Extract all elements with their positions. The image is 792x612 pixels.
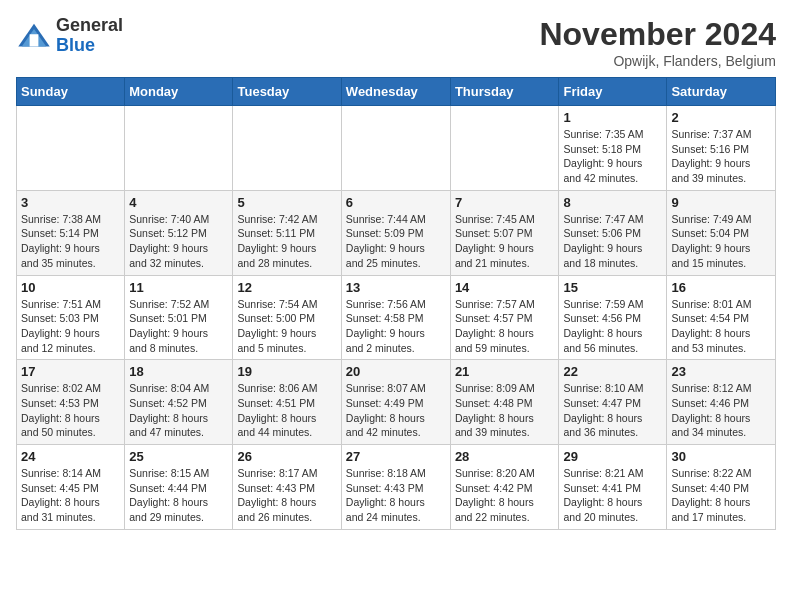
day-number: 21	[455, 364, 555, 379]
logo-blue: Blue	[56, 35, 95, 55]
day-info: Sunrise: 7:56 AM Sunset: 4:58 PM Dayligh…	[346, 297, 446, 356]
day-info: Sunrise: 8:15 AM Sunset: 4:44 PM Dayligh…	[129, 466, 228, 525]
calendar-cell: 29Sunrise: 8:21 AM Sunset: 4:41 PM Dayli…	[559, 445, 667, 530]
calendar-cell: 9Sunrise: 7:49 AM Sunset: 5:04 PM Daylig…	[667, 190, 776, 275]
day-info: Sunrise: 8:21 AM Sunset: 4:41 PM Dayligh…	[563, 466, 662, 525]
day-of-week-header: Friday	[559, 78, 667, 106]
day-info: Sunrise: 7:54 AM Sunset: 5:00 PM Dayligh…	[237, 297, 336, 356]
calendar-week-row: 3Sunrise: 7:38 AM Sunset: 5:14 PM Daylig…	[17, 190, 776, 275]
day-info: Sunrise: 7:37 AM Sunset: 5:16 PM Dayligh…	[671, 127, 771, 186]
day-info: Sunrise: 7:49 AM Sunset: 5:04 PM Dayligh…	[671, 212, 771, 271]
calendar-cell: 25Sunrise: 8:15 AM Sunset: 4:44 PM Dayli…	[125, 445, 233, 530]
calendar-cell: 17Sunrise: 8:02 AM Sunset: 4:53 PM Dayli…	[17, 360, 125, 445]
day-number: 29	[563, 449, 662, 464]
day-info: Sunrise: 8:04 AM Sunset: 4:52 PM Dayligh…	[129, 381, 228, 440]
calendar-cell: 23Sunrise: 8:12 AM Sunset: 4:46 PM Dayli…	[667, 360, 776, 445]
day-info: Sunrise: 8:18 AM Sunset: 4:43 PM Dayligh…	[346, 466, 446, 525]
day-number: 2	[671, 110, 771, 125]
day-info: Sunrise: 8:14 AM Sunset: 4:45 PM Dayligh…	[21, 466, 120, 525]
calendar-cell	[17, 106, 125, 191]
calendar-cell	[450, 106, 559, 191]
day-info: Sunrise: 7:35 AM Sunset: 5:18 PM Dayligh…	[563, 127, 662, 186]
day-info: Sunrise: 7:42 AM Sunset: 5:11 PM Dayligh…	[237, 212, 336, 271]
calendar-cell: 16Sunrise: 8:01 AM Sunset: 4:54 PM Dayli…	[667, 275, 776, 360]
calendar-cell: 14Sunrise: 7:57 AM Sunset: 4:57 PM Dayli…	[450, 275, 559, 360]
day-number: 7	[455, 195, 555, 210]
day-info: Sunrise: 8:09 AM Sunset: 4:48 PM Dayligh…	[455, 381, 555, 440]
day-info: Sunrise: 8:22 AM Sunset: 4:40 PM Dayligh…	[671, 466, 771, 525]
day-info: Sunrise: 8:01 AM Sunset: 4:54 PM Dayligh…	[671, 297, 771, 356]
day-number: 5	[237, 195, 336, 210]
day-info: Sunrise: 7:45 AM Sunset: 5:07 PM Dayligh…	[455, 212, 555, 271]
calendar-cell: 5Sunrise: 7:42 AM Sunset: 5:11 PM Daylig…	[233, 190, 341, 275]
calendar-cell: 2Sunrise: 7:37 AM Sunset: 5:16 PM Daylig…	[667, 106, 776, 191]
day-number: 1	[563, 110, 662, 125]
day-number: 30	[671, 449, 771, 464]
day-number: 25	[129, 449, 228, 464]
month-title: November 2024	[539, 16, 776, 53]
calendar-cell: 3Sunrise: 7:38 AM Sunset: 5:14 PM Daylig…	[17, 190, 125, 275]
calendar-cell: 8Sunrise: 7:47 AM Sunset: 5:06 PM Daylig…	[559, 190, 667, 275]
day-number: 12	[237, 280, 336, 295]
day-number: 27	[346, 449, 446, 464]
calendar-cell: 30Sunrise: 8:22 AM Sunset: 4:40 PM Dayli…	[667, 445, 776, 530]
day-of-week-header: Saturday	[667, 78, 776, 106]
day-info: Sunrise: 7:59 AM Sunset: 4:56 PM Dayligh…	[563, 297, 662, 356]
day-of-week-header: Wednesday	[341, 78, 450, 106]
day-info: Sunrise: 7:47 AM Sunset: 5:06 PM Dayligh…	[563, 212, 662, 271]
logo-text: General Blue	[56, 16, 123, 56]
logo-general: General	[56, 15, 123, 35]
day-number: 20	[346, 364, 446, 379]
day-info: Sunrise: 8:02 AM Sunset: 4:53 PM Dayligh…	[21, 381, 120, 440]
day-number: 18	[129, 364, 228, 379]
calendar-cell	[125, 106, 233, 191]
calendar-cell: 18Sunrise: 8:04 AM Sunset: 4:52 PM Dayli…	[125, 360, 233, 445]
calendar-cell: 4Sunrise: 7:40 AM Sunset: 5:12 PM Daylig…	[125, 190, 233, 275]
calendar-week-row: 17Sunrise: 8:02 AM Sunset: 4:53 PM Dayli…	[17, 360, 776, 445]
calendar-cell: 21Sunrise: 8:09 AM Sunset: 4:48 PM Dayli…	[450, 360, 559, 445]
calendar-cell: 19Sunrise: 8:06 AM Sunset: 4:51 PM Dayli…	[233, 360, 341, 445]
day-info: Sunrise: 7:57 AM Sunset: 4:57 PM Dayligh…	[455, 297, 555, 356]
calendar-cell: 13Sunrise: 7:56 AM Sunset: 4:58 PM Dayli…	[341, 275, 450, 360]
calendar-cell: 27Sunrise: 8:18 AM Sunset: 4:43 PM Dayli…	[341, 445, 450, 530]
day-number: 3	[21, 195, 120, 210]
calendar-cell: 6Sunrise: 7:44 AM Sunset: 5:09 PM Daylig…	[341, 190, 450, 275]
day-number: 17	[21, 364, 120, 379]
day-info: Sunrise: 7:51 AM Sunset: 5:03 PM Dayligh…	[21, 297, 120, 356]
day-number: 15	[563, 280, 662, 295]
day-of-week-header: Thursday	[450, 78, 559, 106]
location: Opwijk, Flanders, Belgium	[539, 53, 776, 69]
day-info: Sunrise: 8:20 AM Sunset: 4:42 PM Dayligh…	[455, 466, 555, 525]
calendar-cell: 11Sunrise: 7:52 AM Sunset: 5:01 PM Dayli…	[125, 275, 233, 360]
calendar-cell: 7Sunrise: 7:45 AM Sunset: 5:07 PM Daylig…	[450, 190, 559, 275]
day-number: 24	[21, 449, 120, 464]
day-info: Sunrise: 8:10 AM Sunset: 4:47 PM Dayligh…	[563, 381, 662, 440]
day-number: 23	[671, 364, 771, 379]
logo-icon	[16, 22, 52, 50]
calendar: SundayMondayTuesdayWednesdayThursdayFrid…	[16, 77, 776, 530]
calendar-cell: 28Sunrise: 8:20 AM Sunset: 4:42 PM Dayli…	[450, 445, 559, 530]
day-number: 13	[346, 280, 446, 295]
day-number: 10	[21, 280, 120, 295]
calendar-cell: 12Sunrise: 7:54 AM Sunset: 5:00 PM Dayli…	[233, 275, 341, 360]
day-number: 22	[563, 364, 662, 379]
calendar-cell: 20Sunrise: 8:07 AM Sunset: 4:49 PM Dayli…	[341, 360, 450, 445]
day-number: 8	[563, 195, 662, 210]
day-info: Sunrise: 8:07 AM Sunset: 4:49 PM Dayligh…	[346, 381, 446, 440]
day-number: 26	[237, 449, 336, 464]
calendar-cell: 1Sunrise: 7:35 AM Sunset: 5:18 PM Daylig…	[559, 106, 667, 191]
day-number: 14	[455, 280, 555, 295]
header: General Blue November 2024 Opwijk, Fland…	[16, 16, 776, 69]
calendar-week-row: 1Sunrise: 7:35 AM Sunset: 5:18 PM Daylig…	[17, 106, 776, 191]
day-info: Sunrise: 8:06 AM Sunset: 4:51 PM Dayligh…	[237, 381, 336, 440]
day-number: 6	[346, 195, 446, 210]
day-number: 19	[237, 364, 336, 379]
day-info: Sunrise: 7:38 AM Sunset: 5:14 PM Dayligh…	[21, 212, 120, 271]
calendar-cell	[341, 106, 450, 191]
calendar-week-row: 10Sunrise: 7:51 AM Sunset: 5:03 PM Dayli…	[17, 275, 776, 360]
svg-rect-2	[30, 34, 39, 46]
day-number: 16	[671, 280, 771, 295]
day-info: Sunrise: 8:12 AM Sunset: 4:46 PM Dayligh…	[671, 381, 771, 440]
day-info: Sunrise: 8:17 AM Sunset: 4:43 PM Dayligh…	[237, 466, 336, 525]
day-number: 28	[455, 449, 555, 464]
